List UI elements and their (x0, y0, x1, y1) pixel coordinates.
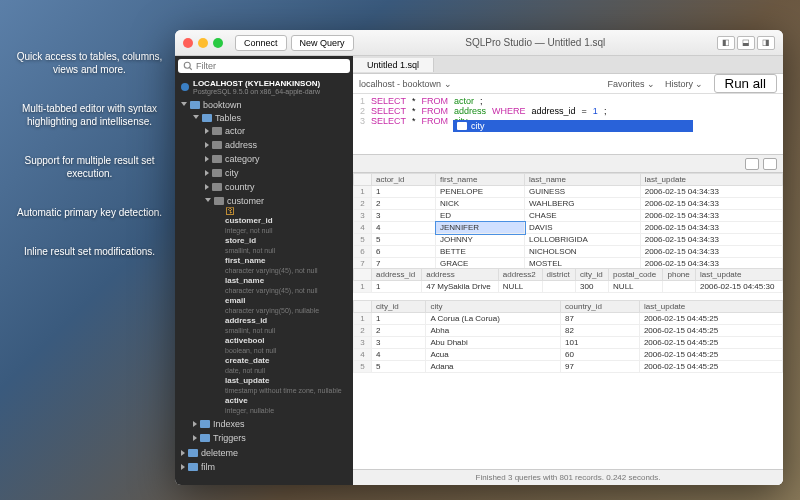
database-icon (190, 101, 200, 109)
table-icon (214, 197, 224, 205)
table-node[interactable]: city (203, 167, 353, 179)
column-header[interactable]: phone (663, 269, 696, 281)
window-title: SQLPro Studio — Untitled 1.sql (354, 37, 717, 48)
table-icon (212, 141, 222, 149)
column-header[interactable]: address_id (372, 269, 422, 281)
db-node[interactable]: booktown (179, 99, 353, 111)
column-node[interactable]: address_idsmallint, not null (215, 315, 353, 335)
editor-tab[interactable]: Untitled 1.sql (353, 58, 434, 72)
column-node[interactable]: activeboolboolean, not null (215, 335, 353, 355)
copy-icon[interactable] (763, 158, 777, 170)
column-node[interactable]: last_namecharacter varying(45), not null (215, 275, 353, 295)
table-row[interactable]: 22NICKWAHLBERG2006-02-15 04:34:33 (354, 198, 783, 210)
table-row[interactable]: 33EDCHASE2006-02-15 04:34:33 (354, 210, 783, 222)
column-node[interactable]: last_updatetimestamp without time zone, … (215, 375, 353, 395)
new-query-button[interactable]: New Query (291, 35, 354, 51)
object-tree[interactable]: booktown Tables actoraddresscategorycity… (175, 98, 353, 485)
results-panel: actor_idfirst_namelast_namelast_update11… (353, 154, 783, 469)
column-header[interactable]: last_update (639, 301, 782, 313)
table-row[interactable]: 11PENELOPEGUINESS2006-02-15 04:34:33 (354, 186, 783, 198)
panel-left-icon[interactable]: ◧ (717, 36, 735, 50)
table-row[interactable]: 44Acua602006-02-15 04:45:25 (354, 349, 783, 361)
db-node[interactable]: film (179, 461, 353, 473)
filter-input[interactable] (178, 59, 350, 73)
main-panel: Untitled 1.sql localhost - booktown ⌄ Fa… (353, 56, 783, 485)
app-window: ConnectNew Query SQLPro Studio — Untitle… (175, 30, 783, 485)
minimize-icon[interactable] (198, 38, 208, 48)
connect-button[interactable]: Connect (235, 35, 287, 51)
panel-right-icon[interactable]: ◨ (757, 36, 775, 50)
table-node[interactable]: category (203, 153, 353, 165)
table-row[interactable]: 55Adana972006-02-15 04:45:25 (354, 361, 783, 373)
connection-status-icon (181, 83, 189, 91)
table-row[interactable]: 55JOHNNYLOLLOBRIGIDA2006-02-15 04:34:33 (354, 234, 783, 246)
close-icon[interactable] (183, 38, 193, 48)
sql-editor[interactable]: 1SELECT * FROM actor; 2SELECT * FROM add… (353, 94, 783, 154)
column-header[interactable]: last_update (696, 269, 783, 281)
database-icon (188, 463, 198, 471)
triggers-folder[interactable]: Triggers (191, 432, 353, 444)
column-header[interactable]: postal_code (609, 269, 663, 281)
table-node[interactable]: actor (203, 125, 353, 137)
column-node[interactable]: activeinteger, nullable (215, 395, 353, 415)
folder-icon (200, 434, 210, 442)
column-header[interactable]: address (422, 269, 499, 281)
favorites-dropdown[interactable]: Favorites ⌄ (607, 79, 655, 89)
tab-bar[interactable]: Untitled 1.sql (353, 56, 783, 74)
titlebar: ConnectNew Query SQLPro Studio — Untitle… (175, 30, 783, 56)
panel-bottom-icon[interactable]: ⬓ (737, 36, 755, 50)
column-header[interactable]: district (542, 269, 576, 281)
database-icon (188, 449, 198, 457)
db-node[interactable]: deleteme (179, 447, 353, 459)
table-node[interactable]: country (203, 181, 353, 193)
result-grid-2[interactable]: address_idaddressaddress2districtcity_id… (353, 268, 783, 300)
table-row[interactable]: 22Abha822006-02-15 04:45:25 (354, 325, 783, 337)
result-grid-3[interactable]: city_idcitycountry_idlast_update11A Coru… (353, 300, 783, 469)
result-grid-1[interactable]: actor_idfirst_namelast_namelast_update11… (353, 173, 783, 268)
table-icon (212, 183, 222, 191)
traffic-lights[interactable] (183, 38, 223, 48)
column-header[interactable]: last_update (640, 174, 782, 186)
column-header[interactable]: city_id (372, 301, 426, 313)
column-node[interactable]: ⚿ customer_idinteger, not null (215, 207, 353, 235)
zoom-icon[interactable] (213, 38, 223, 48)
context-dropdown[interactable]: localhost - booktown ⌄ (359, 79, 599, 89)
column-node[interactable]: emailcharacter varying(50), nullable (215, 295, 353, 315)
table-row[interactable]: 44JENNIFERDAVIS2006-02-15 04:34:33 (354, 222, 783, 234)
column-header[interactable]: city (426, 301, 561, 313)
table-node[interactable]: address (203, 139, 353, 151)
column-header[interactable]: last_name (525, 174, 641, 186)
history-dropdown[interactable]: History ⌄ (665, 79, 704, 89)
table-icon (212, 155, 222, 163)
table-icon (212, 127, 222, 135)
table-icon (212, 169, 222, 177)
column-header[interactable]: actor_id (372, 174, 436, 186)
sidebar: LOCALHOST (KYLEHANKINSON)PostgreSQL 9.5.… (175, 56, 353, 485)
tables-folder[interactable]: Tables (191, 112, 353, 124)
column-header[interactable]: country_id (561, 301, 640, 313)
key-icon: ⚿ (225, 207, 235, 215)
intellisense-popup[interactable]: city (453, 120, 693, 132)
table-row[interactable]: 77GRACEMOSTEL2006-02-15 04:34:33 (354, 258, 783, 269)
column-header[interactable]: first_name (436, 174, 525, 186)
column-node[interactable]: create_datedate, not null (215, 355, 353, 375)
export-icon[interactable] (745, 158, 759, 170)
table-row[interactable]: 11A Corua (La Corua)872006-02-15 04:45:2… (354, 313, 783, 325)
table-row[interactable]: 1147 MySakila DriveNULL300NULL2006-02-15… (354, 281, 783, 293)
status-bar: Finished 3 queries with 801 records. 0.2… (353, 469, 783, 485)
indexes-folder[interactable]: Indexes (191, 418, 353, 430)
connection-item[interactable]: LOCALHOST (KYLEHANKINSON)PostgreSQL 9.5.… (175, 76, 353, 98)
feature-callouts: Quick access to tables, columns, views a… (12, 50, 167, 284)
column-node[interactable]: store_idsmallint, not null (215, 235, 353, 255)
column-header[interactable]: address2 (498, 269, 542, 281)
column-header[interactable]: city_id (576, 269, 609, 281)
folder-icon (202, 114, 212, 122)
run-all-button[interactable]: Run all (714, 74, 778, 93)
table-row[interactable]: 33Abu Dhabi1012006-02-15 04:45:25 (354, 337, 783, 349)
table-icon (457, 122, 467, 130)
folder-icon (200, 420, 210, 428)
column-node[interactable]: first_namecharacter varying(45), not nul… (215, 255, 353, 275)
table-row[interactable]: 66BETTENICHOLSON2006-02-15 04:34:33 (354, 246, 783, 258)
